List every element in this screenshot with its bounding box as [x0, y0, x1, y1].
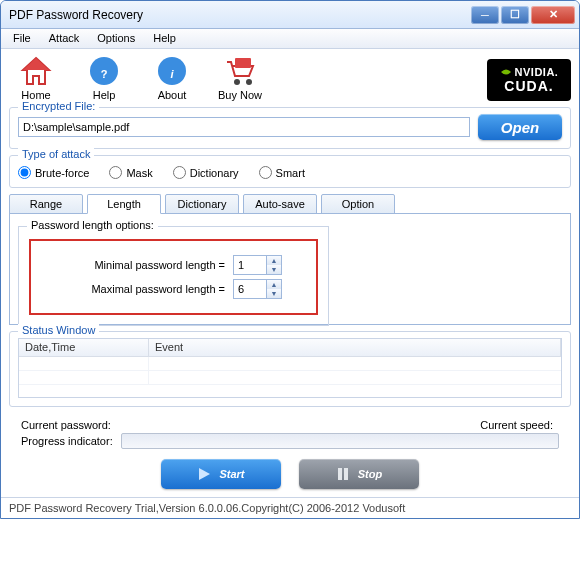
app-window: PDF Password Recovery ─ ☐ ✕ File Attack …	[0, 0, 580, 519]
radio-mask[interactable]: Mask	[109, 166, 152, 179]
svg-point-7	[246, 79, 252, 85]
help-button[interactable]: ? Help	[81, 55, 127, 101]
svg-point-6	[234, 79, 240, 85]
encrypted-file-group: Encrypted File: Open	[9, 107, 571, 149]
svg-marker-9	[199, 468, 210, 480]
buy-label: Buy Now	[218, 89, 262, 101]
min-length-label: Minimal password length =	[65, 259, 225, 271]
length-options-legend: Password length options:	[27, 219, 158, 231]
current-password-label: Current password:	[21, 419, 111, 431]
tab-dictionary[interactable]: Dictionary	[165, 194, 239, 214]
tab-option[interactable]: Option	[321, 194, 395, 214]
about-icon: i	[154, 55, 190, 87]
window-title: PDF Password Recovery	[9, 8, 471, 22]
svg-rect-11	[344, 468, 348, 480]
max-up-icon[interactable]: ▲	[267, 280, 281, 289]
about-button[interactable]: i About	[149, 55, 195, 101]
svg-rect-10	[338, 468, 342, 480]
radio-dictionary[interactable]: Dictionary	[173, 166, 239, 179]
start-button[interactable]: Start	[161, 459, 281, 489]
progress-label: Progress indicator:	[21, 435, 113, 447]
svg-marker-1	[23, 58, 49, 70]
menu-help[interactable]: Help	[145, 29, 184, 48]
progress-bar	[121, 433, 559, 449]
table-row	[19, 371, 561, 385]
min-down-icon[interactable]: ▼	[267, 265, 281, 274]
minimize-button[interactable]: ─	[471, 6, 499, 24]
tab-range[interactable]: Range	[9, 194, 83, 214]
max-down-icon[interactable]: ▼	[267, 289, 281, 298]
svg-text:?: ?	[101, 68, 108, 80]
titlebar[interactable]: PDF Password Recovery ─ ☐ ✕	[1, 1, 579, 29]
tab-row: Range Length Dictionary Auto-save Option	[9, 194, 571, 214]
status-window-legend: Status Window	[18, 324, 99, 336]
col-datetime[interactable]: Date,Time	[19, 339, 149, 356]
menubar: File Attack Options Help	[1, 29, 579, 49]
attack-type-legend: Type of attack	[18, 148, 94, 160]
min-length-input[interactable]	[233, 255, 267, 275]
toolbar: Home ? Help i About Buy Now	[9, 53, 571, 107]
pause-icon	[336, 467, 350, 481]
file-path-input[interactable]	[18, 117, 470, 137]
tab-pane-length: Password length options: Minimal passwor…	[9, 213, 571, 325]
cart-icon	[222, 55, 258, 87]
stop-button[interactable]: Stop	[299, 459, 419, 489]
status-window-group: Status Window Date,Time Event	[9, 331, 571, 407]
buy-button[interactable]: Buy Now	[217, 55, 263, 101]
open-button[interactable]: Open	[478, 114, 562, 140]
attack-type-group: Type of attack Brute-force Mask Dictiona…	[9, 155, 571, 188]
svg-rect-8	[235, 58, 251, 68]
play-icon	[197, 467, 211, 481]
radio-smart[interactable]: Smart	[259, 166, 305, 179]
min-length-spinner[interactable]: ▲▼	[233, 255, 282, 275]
current-speed-label: Current speed:	[480, 419, 553, 431]
max-length-input[interactable]	[233, 279, 267, 299]
help-icon: ?	[86, 55, 122, 87]
length-highlight-box: Minimal password length = ▲▼ Maximal pas…	[29, 239, 318, 315]
max-length-spinner[interactable]: ▲▼	[233, 279, 282, 299]
tab-autosave[interactable]: Auto-save	[243, 194, 317, 214]
radio-brute-force[interactable]: Brute-force	[18, 166, 89, 179]
menu-attack[interactable]: Attack	[41, 29, 88, 48]
status-bar: PDF Password Recovery Trial,Version 6.0.…	[1, 497, 579, 518]
close-button[interactable]: ✕	[531, 6, 575, 24]
tab-length[interactable]: Length	[87, 194, 161, 214]
col-event[interactable]: Event	[149, 339, 561, 356]
max-length-label: Maximal password length =	[65, 283, 225, 295]
encrypted-file-legend: Encrypted File:	[18, 100, 99, 112]
min-up-icon[interactable]: ▲	[267, 256, 281, 265]
home-button[interactable]: Home	[13, 55, 59, 101]
cuda-badge: NVIDIA. CUDA.	[487, 59, 571, 101]
status-grid[interactable]: Date,Time Event	[18, 338, 562, 398]
table-row	[19, 357, 561, 371]
menu-options[interactable]: Options	[89, 29, 143, 48]
menu-file[interactable]: File	[5, 29, 39, 48]
home-icon	[18, 55, 54, 87]
about-label: About	[158, 89, 187, 101]
maximize-button[interactable]: ☐	[501, 6, 529, 24]
